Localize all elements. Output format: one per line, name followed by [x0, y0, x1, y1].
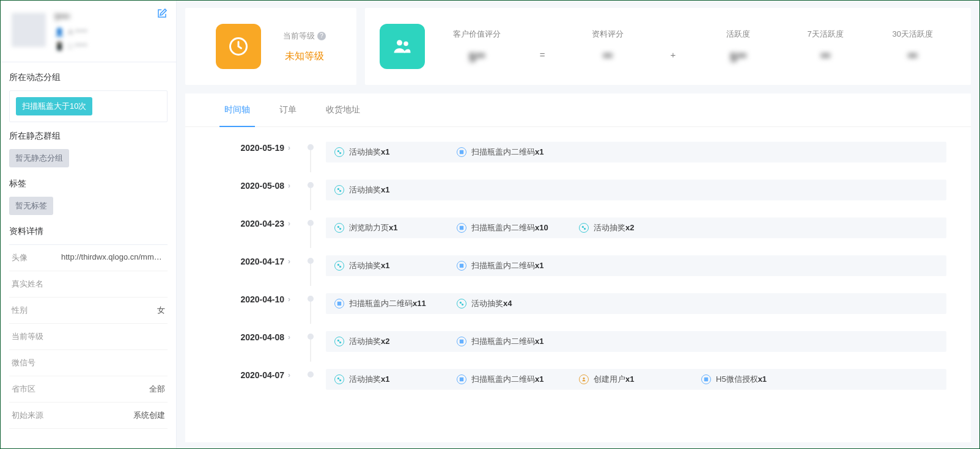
svg-point-2	[403, 42, 408, 46]
timeline-date[interactable]: 2020-04-07›	[210, 367, 301, 380]
static-group-tag: 暂无静态分组	[9, 149, 69, 167]
chevron-right-icon: ›	[288, 144, 290, 152]
tabs: 时间轴订单收货地址	[185, 93, 971, 127]
metric: 活跃度5**	[714, 29, 763, 65]
user-group-icon	[380, 24, 425, 69]
timeline-date[interactable]: 2020-04-17›	[210, 253, 301, 266]
level-card: 当前等级? 未知等级	[185, 8, 356, 85]
details-list: 头像http://thirdwx.qlogo.cn/mmop...真实姓名性别女…	[9, 244, 168, 429]
svg-rect-26	[704, 378, 708, 381]
event[interactable]: 活动抽奖x1	[334, 374, 457, 385]
svg-rect-10	[460, 226, 463, 230]
operator: +	[670, 34, 676, 60]
metric: 资料评分**	[583, 29, 632, 65]
event-row: 扫描瓶盖内二维码x11活动抽奖x4	[326, 293, 946, 314]
timeline-date[interactable]: 2020-04-23›	[210, 215, 301, 228]
timeline-date[interactable]: 2020-05-08›	[210, 177, 301, 191]
event[interactable]: H5微信授权x1	[701, 374, 823, 385]
event[interactable]: 扫描瓶盖内二维码x1	[457, 336, 579, 347]
profile-block: T*** 👤A **** 📱□ ****	[1, 1, 176, 62]
event-row: 活动抽奖x2扫描瓶盖内二维码x1	[326, 331, 946, 352]
chevron-right-icon: ›	[288, 371, 290, 379]
timeline-row: 2020-04-07›活动抽奖x1扫描瓶盖内二维码x1创建用户x1H5微信授权x…	[210, 367, 946, 404]
chevron-right-icon: ›	[288, 257, 290, 266]
event-row: 活动抽奖x1	[326, 180, 946, 200]
timeline-row: 2020-05-08›活动抽奖x1	[210, 177, 946, 215]
timeline-row: 2020-04-10›扫描瓶盖内二维码x11活动抽奖x4	[210, 291, 946, 329]
tab-时间轴[interactable]: 时间轴	[210, 93, 265, 126]
score-card: 客户价值评分5**=资料评分**+活跃度5**7天活跃度**30天活跃度**	[365, 8, 971, 85]
svg-rect-5	[460, 150, 463, 154]
svg-point-1	[397, 40, 402, 46]
timeline-row: 2020-05-19›活动抽奖x1扫描瓶盖内二维码x1	[210, 139, 946, 177]
svg-rect-15	[460, 264, 463, 268]
detail-row: 初始来源系统创建	[9, 403, 168, 429]
svg-rect-16	[337, 302, 341, 305]
chevron-right-icon: ›	[288, 181, 290, 190]
operator: =	[540, 34, 545, 60]
event[interactable]: 创建用户x1	[579, 374, 701, 385]
timeline: 2020-05-19›活动抽奖x1扫描瓶盖内二维码x12020-05-08›活动…	[185, 127, 971, 404]
svg-point-25	[583, 378, 584, 379]
main: 当前等级? 未知等级 客户价值评分5**=资料评分**+活跃度5**7天活跃度*…	[177, 1, 979, 449]
profile-id: 👤A ****	[54, 27, 87, 37]
edit-icon[interactable]	[157, 8, 168, 21]
event-row: 活动抽奖x1扫描瓶盖内二维码x1创建用户x1H5微信授权x1	[326, 369, 946, 390]
metric: 客户价值评分5**	[452, 29, 501, 65]
event[interactable]: 扫描瓶盖内二维码x1	[457, 374, 579, 385]
event[interactable]: 扫描瓶盖内二维码x11	[334, 298, 457, 309]
tags-title: 标签	[9, 178, 168, 189]
event[interactable]: 活动抽奖x4	[457, 298, 579, 309]
event[interactable]: 浏览助力页x1	[334, 222, 457, 233]
detail-row: 真实姓名	[9, 271, 168, 298]
event-row: 活动抽奖x1扫描瓶盖内二维码x1	[326, 142, 946, 162]
metric: 7天活跃度**	[801, 29, 850, 65]
avatar	[12, 13, 46, 47]
svg-rect-24	[460, 378, 463, 381]
metric: 30天活跃度**	[888, 29, 937, 65]
timeline-date[interactable]: 2020-04-08›	[210, 329, 301, 342]
event[interactable]: 活动抽奖x1	[334, 147, 457, 158]
clock-icon	[216, 24, 261, 69]
detail-row: 省市区全部	[9, 376, 168, 403]
dynamic-group-tag[interactable]: 扫描瓶盖大于10次	[16, 97, 92, 115]
level-value: 未知等级	[283, 50, 326, 63]
profile-name: T***	[54, 13, 87, 23]
dynamic-group-box: 扫描瓶盖大于10次	[9, 90, 168, 122]
details-title: 资料详情	[9, 226, 168, 237]
event[interactable]: 活动抽奖x1	[334, 184, 457, 195]
svg-rect-21	[460, 340, 463, 343]
sidebar: T*** 👤A **** 📱□ **** 所在动态分组 扫描瓶盖大于10次 所在…	[1, 1, 177, 449]
timeline-row: 2020-04-17›活动抽奖x1扫描瓶盖内二维码x1	[210, 253, 946, 291]
event[interactable]: 扫描瓶盖内二维码x10	[457, 222, 579, 233]
tab-订单[interactable]: 订单	[265, 93, 311, 126]
detail-row: 头像http://thirdwx.qlogo.cn/mmop...	[9, 245, 168, 271]
event[interactable]: 扫描瓶盖内二维码x1	[457, 260, 579, 271]
profile-phone: 📱□ ****	[54, 42, 87, 51]
tab-收货地址[interactable]: 收货地址	[311, 93, 375, 126]
event[interactable]: 活动抽奖x2	[334, 336, 457, 347]
event-row: 活动抽奖x1扫描瓶盖内二维码x1	[326, 255, 946, 276]
detail-row: 微信号	[9, 350, 168, 376]
event[interactable]: 扫描瓶盖内二维码x1	[457, 147, 579, 158]
event[interactable]: 活动抽奖x2	[579, 222, 701, 233]
timeline-row: 2020-04-23›浏览助力页x1扫描瓶盖内二维码x10活动抽奖x2	[210, 215, 946, 253]
dynamic-group-title: 所在动态分组	[9, 72, 168, 83]
tags-tag: 暂无标签	[9, 197, 53, 215]
chevron-right-icon: ›	[288, 295, 290, 304]
event[interactable]: 活动抽奖x1	[334, 260, 457, 271]
event-row: 浏览助力页x1扫描瓶盖内二维码x10活动抽奖x2	[326, 217, 946, 238]
help-icon[interactable]: ?	[317, 32, 326, 40]
timeline-date[interactable]: 2020-04-10›	[210, 291, 301, 304]
static-group-title: 所在静态群组	[9, 131, 168, 142]
chevron-right-icon: ›	[288, 219, 290, 228]
chevron-right-icon: ›	[288, 333, 290, 341]
timeline-card: 时间轴订单收货地址 2020-05-19›活动抽奖x1扫描瓶盖内二维码x1202…	[185, 93, 971, 442]
level-label: 当前等级?	[283, 31, 326, 42]
detail-row: 性别女	[9, 298, 168, 324]
timeline-row: 2020-04-08›活动抽奖x2扫描瓶盖内二维码x1	[210, 329, 946, 367]
detail-row: 当前等级	[9, 324, 168, 350]
timeline-date[interactable]: 2020-05-19›	[210, 139, 301, 153]
